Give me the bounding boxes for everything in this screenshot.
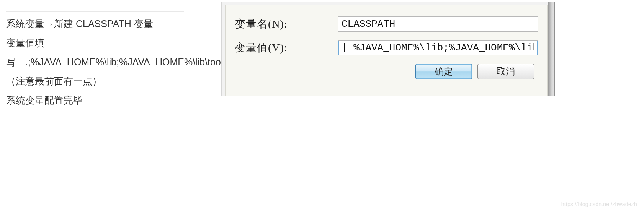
variable-name-row: 变量名(N): <box>235 16 538 32</box>
dialog-outer-frame: 变量名(N): 变量值(V): 确定 取消 <box>221 2 555 96</box>
dialog-inner-panel: 变量名(N): 变量值(V): 确定 取消 <box>225 5 548 96</box>
variable-value-input[interactable] <box>338 40 538 55</box>
variable-name-label: 变量名(N): <box>235 17 338 31</box>
watermark-text: https://blog.csdn.net/zhwadezh <box>561 201 637 207</box>
dialog-right-gutter <box>548 2 554 96</box>
variable-name-input[interactable] <box>338 16 538 32</box>
dialog-button-row: 确定 取消 <box>235 64 538 79</box>
cancel-button[interactable]: 取消 <box>477 64 534 79</box>
instruction-line-2: 变量值填写 .;%JAVA_HOME%\lib;%JAVA_HOME%\lib\… <box>6 37 241 86</box>
env-variable-dialog: 变量名(N): 变量值(V): 确定 取消 <box>221 2 555 96</box>
variable-value-row: 变量值(V): <box>235 40 538 55</box>
ok-button[interactable]: 确定 <box>415 64 472 79</box>
variable-value-label: 变量值(V): <box>235 41 338 55</box>
instruction-line-3: 系统变量配置完毕 <box>6 95 83 106</box>
instruction-line-1: 系统变量→新建 CLASSPATH 变量 <box>6 18 153 29</box>
instruction-text: 系统变量→新建 CLASSPATH 变量 变量值填写 .;%JAVA_HOME%… <box>6 11 184 110</box>
